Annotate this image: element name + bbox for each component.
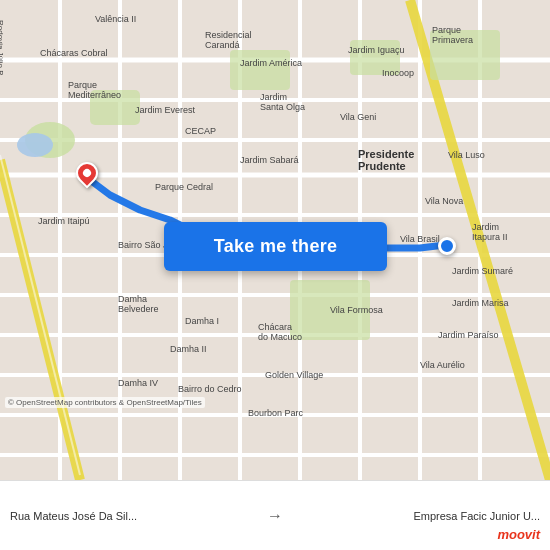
destination-marker: [438, 237, 456, 255]
take-me-there-label: Take me there: [214, 236, 338, 257]
route-arrow: →: [267, 507, 283, 525]
osm-credit: © OpenStreetMap contributors & OpenStree…: [5, 397, 205, 408]
bottom-bar: Rua Mateus José Da Sil... → Empresa Faci…: [0, 480, 550, 550]
take-me-there-button[interactable]: Take me there: [164, 222, 387, 271]
route-from: Rua Mateus José Da Sil...: [10, 510, 259, 522]
moovit-logo: moovit: [497, 527, 540, 542]
map-container: Valência II Chácaras Cobral ResidencialC…: [0, 0, 550, 480]
route-to: Empresa Facic Junior U...: [291, 510, 540, 522]
